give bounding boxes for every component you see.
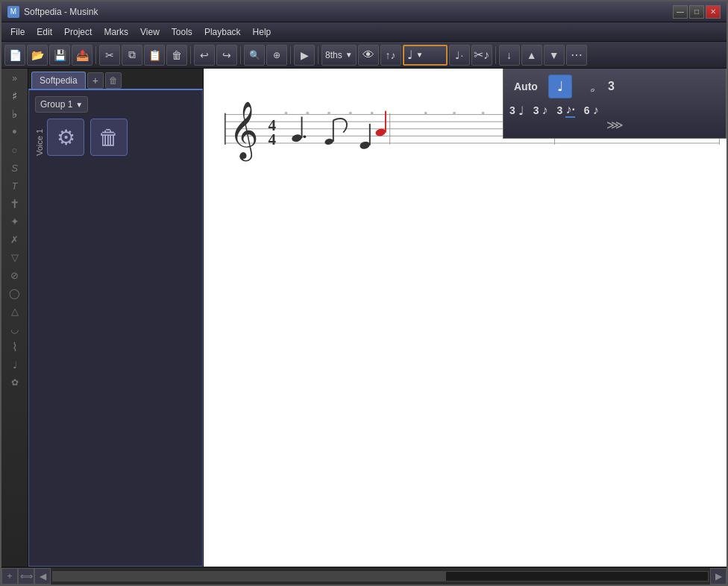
note-cut-btn[interactable]: ✂♪ [471,45,492,66]
track-tab-softpedia[interactable]: Softpedia [31,72,86,89]
triplet-group-2: 3 ♪ [533,104,548,117]
menu-item-project[interactable]: Project [58,25,98,39]
more-btn[interactable]: ⋯ [566,45,587,66]
paste-button[interactable]: 📋 [144,45,165,66]
sidebar-tool-triangle[interactable]: △ [4,303,25,319]
scrollbar-thumb[interactable] [53,572,446,581]
svg-point-14 [424,112,427,115]
group-dropdown[interactable]: Group 1 ▼ [35,96,88,113]
play-button[interactable]: ▶ [294,45,315,66]
delete-button[interactable]: 🗑 [166,45,187,66]
add-track-btn[interactable]: + [1,568,18,585]
triplet-note-2[interactable]: ♪ [542,104,548,117]
group-label: Group 1 [40,99,72,110]
cut-button[interactable]: ✂ [99,45,120,66]
sidebar-tool-t[interactable]: T [4,177,25,194]
menu-item-edit[interactable]: Edit [31,25,58,39]
close-button[interactable]: ✕ [706,5,721,19]
auto-label: Auto [509,79,542,94]
sidebar-tool-slash-circle[interactable]: ⊘ [4,267,25,283]
svg-point-16 [482,112,485,115]
zoom-in-button[interactable]: ⊕ [266,45,287,66]
triplet-note-3-selected[interactable]: ♪· [565,103,574,118]
export-button[interactable]: 📤 [72,45,92,66]
note-style-dropdown[interactable]: ♩ ▼ [403,45,448,66]
triplet-note-1[interactable]: ♩ [518,104,524,118]
note-duration-dropdown[interactable]: 8ths ▼ [321,45,357,66]
svg-point-15 [453,112,456,115]
score-area[interactable]: 𝄞 4 4 [204,69,727,567]
sidebar-tool-flower[interactable]: ✿ [4,374,25,391]
arrow-down-btn[interactable]: ▼ [544,45,565,66]
voice-controls: ⚙ 🗑 [47,119,128,156]
minimize-button[interactable]: — [673,5,688,19]
track-body: Group 1 ▼ Voice 1 ⚙ 🗑 [28,89,203,567]
expand-arrow[interactable]: ⋙ [509,118,720,132]
sidebar-tool-cross[interactable]: ✝ [4,195,25,212]
chevron-down-icon: ▼ [345,51,353,59]
sidebar-tool-circle2[interactable]: ◯ [4,285,25,301]
horizontal-scrollbar[interactable] [52,571,709,582]
triplet-group-3: 3 ♪· [557,103,575,118]
menu-item-tools[interactable]: Tools [166,25,198,39]
voice-label: Voice 1 [35,119,44,156]
triplet-group-1: 3 ♩ [509,104,524,118]
triplet-num-3: 3 [557,104,563,116]
half-note-btn[interactable]: 𝅗 [578,75,602,98]
redo-button[interactable]: ↪ [216,45,237,66]
sidebar-collapse-btn[interactable]: » [10,72,19,85]
triplet-note-4[interactable]: ♪ [593,104,599,117]
save-button[interactable]: 💾 [49,45,70,66]
sidebar-tool-check[interactable]: ✗ [4,231,25,248]
arrow-up-btn[interactable]: ▲ [521,45,542,66]
app-icon: M [7,6,19,18]
swap-btn[interactable]: ⟺ [18,568,34,585]
toolbar-separator-5 [318,46,318,64]
svg-point-12 [349,112,352,115]
track-tabs: Softpedia + 🗑 [28,69,203,89]
scroll-left-btn[interactable]: ◀ [34,568,51,585]
main-content: » ♯ ♭ • ○ S T ✝ ✦ ✗ ▽ ⊘ ◯ △ ◡ ⌇ ♩ ✿ [1,69,727,567]
track-panel: Softpedia + 🗑 Group 1 ▼ Voice 1 ⚙ 🗑 [28,69,204,567]
view-toggle-btn[interactable]: 👁 [358,45,379,66]
note-down-btn[interactable]: ↓ [499,45,520,66]
svg-point-11 [327,112,330,115]
track-tab-add-btn[interactable]: + [87,72,104,89]
open-button[interactable]: 📂 [27,45,48,66]
sidebar-tool-note[interactable]: ♩ [4,356,25,373]
toolbar-separator-4 [290,46,291,64]
sidebar-tool-sharp[interactable]: ♯ [4,88,25,104]
svg-text:𝄞: 𝄞 [229,101,259,162]
svg-text:4: 4 [268,130,276,148]
new-button[interactable]: 📄 [4,45,25,66]
note-up-btn[interactable]: ↑♪ [380,45,401,66]
sidebar-tool-wave[interactable]: ⌇ [4,338,25,355]
sidebar-tool-arch[interactable]: ◡ [4,321,25,337]
sidebar-tool-circle[interactable]: ○ [4,142,25,158]
quarter-note-active-btn[interactable]: ♩ [548,75,572,98]
undo-button[interactable]: ↩ [194,45,215,66]
sidebar-tools: ♯ ♭ • ○ S T ✝ ✦ ✗ ▽ ⊘ ◯ △ ◡ ⌇ ♩ ✿ [1,88,28,391]
sidebar-tool-flat[interactable]: ♭ [4,106,25,122]
menu-item-view[interactable]: View [134,25,166,39]
voice-row: Voice 1 ⚙ 🗑 [35,119,196,156]
toolbar-separator-3 [240,46,241,64]
sidebar-tool-s[interactable]: S [4,160,25,176]
zoom-out-button[interactable]: 🔍 [244,45,265,66]
maximize-button[interactable]: □ [689,5,704,19]
copy-button[interactable]: ⧉ [122,45,142,66]
voice-settings-btn[interactable]: ⚙ [47,119,84,156]
scroll-right-btn[interactable]: ▶ [710,568,727,585]
menu-item-marks[interactable]: Marks [98,25,134,39]
voice-delete-btn[interactable]: 🗑 [90,119,128,156]
sidebar-tool-dot[interactable]: • [4,124,25,140]
menu-item-help[interactable]: Help [247,25,277,39]
menu-item-playback[interactable]: Playback [198,25,247,39]
svg-point-9 [285,112,288,115]
menu-item-file[interactable]: File [4,25,31,39]
track-tab-del-btn[interactable]: 🗑 [105,72,122,89]
dotted-note-btn[interactable]: ♩· [449,45,470,66]
sidebar-tool-x[interactable]: ✦ [4,213,25,230]
svg-point-13 [371,112,374,115]
sidebar-tool-triangle-down[interactable]: ▽ [4,249,25,265]
